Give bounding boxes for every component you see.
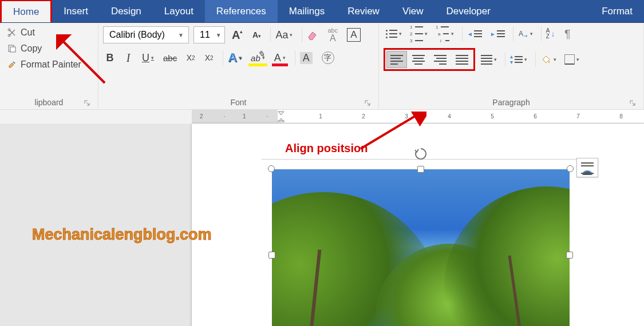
tab-references[interactable]: References bbox=[205, 0, 278, 22]
enclose-characters-button[interactable]: 字 bbox=[319, 50, 337, 65]
ruler-8: 8 bbox=[619, 113, 623, 120]
selected-image[interactable] bbox=[272, 169, 570, 326]
phonetic-guide-button[interactable]: abcA bbox=[325, 27, 340, 42]
multilevel-icon: 1 a i bbox=[436, 25, 449, 43]
text-effects-button[interactable]: A bbox=[223, 50, 244, 65]
bullets-icon bbox=[386, 30, 397, 38]
enclose-icon: 字 bbox=[322, 51, 334, 64]
rotate-handle-icon[interactable] bbox=[413, 146, 428, 164]
tab-layout[interactable]: Layout bbox=[153, 0, 205, 22]
character-shading-button[interactable]: A bbox=[295, 50, 315, 65]
bullets-button[interactable] bbox=[384, 26, 404, 41]
resize-handle-tl[interactable] bbox=[268, 165, 275, 172]
tab-view[interactable]: View bbox=[391, 0, 435, 22]
superscript-button[interactable]: X2 bbox=[202, 50, 216, 65]
svg-rect-3 bbox=[10, 47, 15, 52]
italic-button[interactable]: I bbox=[121, 50, 135, 65]
align-right-button[interactable] bbox=[430, 51, 451, 68]
tab-home[interactable]: Home bbox=[0, 0, 52, 22]
font-size-combo[interactable]: 11 ▼ bbox=[193, 26, 225, 43]
tab-mailings[interactable]: Mailings bbox=[278, 0, 336, 22]
tab-design[interactable]: Design bbox=[100, 0, 153, 22]
decrease-indent-icon: ◄ bbox=[467, 30, 482, 37]
grow-font-button[interactable]: A▴ bbox=[230, 27, 245, 42]
numbering-icon: 1 2 3 bbox=[410, 25, 423, 43]
ruler-1: 1 bbox=[319, 113, 322, 120]
line-spacing-button[interactable]: ▴▾ bbox=[505, 52, 530, 67]
tab-developer[interactable]: Developer bbox=[434, 0, 502, 22]
resize-handle-l[interactable] bbox=[268, 252, 275, 259]
tab-review[interactable]: Review bbox=[336, 0, 391, 22]
image-content bbox=[272, 169, 570, 326]
font-size-value: 11 bbox=[196, 30, 214, 40]
strikethrough-button[interactable]: abc bbox=[161, 50, 179, 65]
font-name-combo[interactable]: Calibri (Body) ▼ bbox=[103, 26, 189, 43]
ltr-direction-button[interactable]: A bbox=[513, 26, 535, 41]
show-marks-button[interactable]: ¶ bbox=[560, 26, 574, 41]
ruler-2: 2 bbox=[362, 113, 365, 120]
highlight-button[interactable]: ab✎ bbox=[248, 50, 267, 65]
align-left-button[interactable] bbox=[386, 51, 407, 68]
bucket-icon bbox=[540, 54, 552, 65]
sort-button[interactable]: AZ ↓ bbox=[541, 26, 558, 41]
borders-icon bbox=[564, 54, 575, 65]
ruler-5: 5 bbox=[491, 113, 494, 120]
subscript-button[interactable]: X2 bbox=[184, 50, 197, 65]
font-name-value: Calibri (Body) bbox=[106, 30, 176, 40]
shrink-font-button[interactable]: A▾ bbox=[250, 27, 263, 42]
distributed-button[interactable] bbox=[479, 52, 499, 67]
clipboard-launcher-icon[interactable] bbox=[83, 99, 91, 107]
shading-button[interactable] bbox=[535, 52, 559, 67]
grow-font-icon: A bbox=[232, 29, 240, 42]
layout-options-button[interactable] bbox=[576, 158, 598, 177]
indent-marker-icon[interactable] bbox=[278, 111, 285, 121]
copy-icon bbox=[7, 43, 17, 54]
chevron-down-icon[interactable]: ▼ bbox=[176, 32, 186, 38]
annotation-align-label: Align positsion bbox=[285, 142, 368, 155]
underline-button[interactable]: U bbox=[140, 50, 156, 65]
align-buttons-highlight bbox=[384, 48, 475, 71]
format-painter-button[interactable]: Format Painter bbox=[5, 58, 93, 71]
justify-button[interactable] bbox=[452, 51, 472, 68]
multilevel-list-button[interactable]: 1 a i bbox=[433, 26, 456, 41]
character-border-button[interactable]: A bbox=[345, 27, 362, 42]
cut-button[interactable]: Cut bbox=[5, 26, 93, 39]
tab-format[interactable]: Format bbox=[590, 0, 644, 22]
borders-button[interactable] bbox=[562, 52, 582, 67]
horizontal-ruler[interactable]: 2 · 1 · 1 2 3 4 5 6 7 8 9 bbox=[192, 110, 644, 124]
ribbon-tab-strip: Home Insert Design Layout References Mai… bbox=[0, 0, 644, 23]
numbering-button[interactable]: 1 2 3 bbox=[408, 26, 430, 41]
resize-handle-r[interactable] bbox=[566, 252, 573, 259]
paragraph-group-label: Paragraph bbox=[384, 97, 639, 108]
page[interactable] bbox=[192, 124, 644, 326]
layout-options-icon bbox=[581, 162, 594, 173]
resize-handle-tr[interactable] bbox=[567, 165, 574, 172]
increase-indent-icon: ► bbox=[490, 30, 505, 37]
copy-button[interactable]: Copy bbox=[5, 42, 93, 55]
chevron-down-icon[interactable]: ▼ bbox=[214, 32, 224, 38]
font-launcher-icon[interactable] bbox=[364, 99, 372, 107]
group-paragraph: 1 2 3 1 a i ◄ bbox=[379, 23, 644, 109]
clear-formatting-button[interactable] bbox=[302, 27, 321, 42]
bold-button[interactable]: B bbox=[103, 50, 117, 65]
ruler-7: 7 bbox=[576, 113, 580, 120]
shading-icon: A bbox=[300, 52, 313, 64]
justify-icon bbox=[456, 55, 468, 65]
svg-text:A: A bbox=[519, 30, 523, 38]
character-border-icon: A bbox=[347, 28, 360, 42]
decrease-indent-button[interactable]: ◄ bbox=[462, 26, 484, 41]
font-group-label: Font bbox=[103, 97, 374, 108]
format-painter-label: Format Painter bbox=[21, 59, 81, 70]
increase-indent-button[interactable]: ► bbox=[488, 26, 507, 41]
resize-handle-t[interactable] bbox=[417, 166, 424, 173]
align-center-button[interactable] bbox=[408, 51, 429, 68]
align-right-icon bbox=[434, 55, 447, 65]
change-case-button[interactable]: Aa bbox=[270, 27, 295, 42]
shrink-font-icon: A bbox=[252, 30, 258, 39]
align-left-icon bbox=[390, 55, 403, 65]
paragraph-launcher-icon[interactable] bbox=[629, 99, 637, 107]
font-color-button[interactable]: A bbox=[272, 50, 288, 65]
tab-insert[interactable]: Insert bbox=[52, 0, 100, 22]
clipboard-group-label: lipboard bbox=[5, 97, 93, 108]
line-spacing-icon: ▴▾ bbox=[510, 54, 523, 65]
